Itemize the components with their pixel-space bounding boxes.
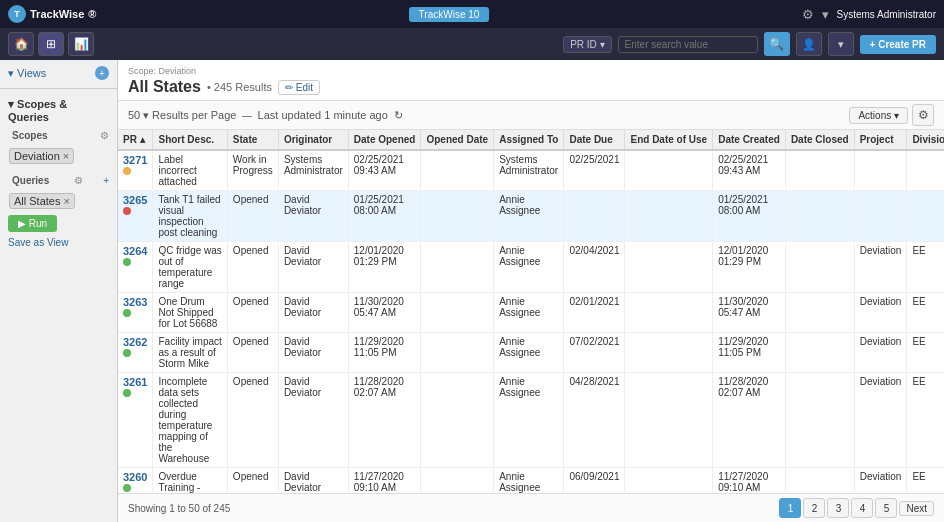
pr-link[interactable]: 3265 <box>123 194 147 206</box>
status-dot <box>123 258 131 266</box>
scopes-settings-icon[interactable]: ⚙ <box>100 130 109 141</box>
main-layout: ▾ Views + ▾ Scopes & Queries Scopes ⚙ De… <box>0 60 944 522</box>
cell-state: Opened <box>227 293 278 333</box>
user-settings-button[interactable]: ▾ <box>828 32 854 56</box>
cell-pr: 3261 <box>118 373 153 468</box>
table-header: PR ▴ Short Desc. State Originator Date O… <box>118 130 944 150</box>
cell-date-created: 11/28/2020 02:07 AM <box>713 373 786 468</box>
pr-id-select[interactable]: PR ID ▾ <box>563 36 611 53</box>
per-page-label[interactable]: ▾ Results per Page <box>143 109 236 121</box>
table-row: 3261 Incomplete data sets collected duri… <box>118 373 944 468</box>
cell-division <box>907 150 944 191</box>
scopes-queries-header[interactable]: ▾ Scopes & Queries <box>4 95 113 126</box>
add-view-button[interactable]: + <box>95 66 109 80</box>
refresh-icon[interactable]: ↻ <box>394 109 403 121</box>
cell-date-created: 11/30/2020 05:47 AM <box>713 293 786 333</box>
query-tag[interactable]: All States × <box>9 193 75 209</box>
settings-icon[interactable]: ⚙ <box>802 7 814 22</box>
search-button[interactable]: 🔍 <box>764 32 790 56</box>
cell-division <box>907 191 944 242</box>
query-remove[interactable]: × <box>63 195 69 207</box>
dashboard-button[interactable]: ⊞ <box>38 32 64 56</box>
cell-opened-date <box>421 191 494 242</box>
page-button-1[interactable]: 1 <box>779 498 801 518</box>
chart-button[interactable]: 📊 <box>68 32 94 56</box>
cell-opened-date <box>421 293 494 333</box>
sidebar-divider-1 <box>0 88 117 89</box>
results-count: • 245 Results <box>207 81 272 93</box>
home-button[interactable]: 🏠 <box>8 32 34 56</box>
cell-end-date-use <box>625 242 713 293</box>
logo-text: TrackWise <box>30 8 84 20</box>
cell-end-date-use <box>625 333 713 373</box>
actions-button[interactable]: Actions ▾ <box>849 107 908 124</box>
logo-icon: T <box>8 5 26 23</box>
data-table: PR ▴ Short Desc. State Originator Date O… <box>118 130 944 493</box>
cell-opened-date <box>421 150 494 191</box>
sidebar-views-item[interactable]: ▾ Views + <box>4 64 113 82</box>
logo: T TrackWise® <box>8 5 96 23</box>
nav-left: 🏠 ⊞ 📊 <box>8 32 94 56</box>
next-page-button[interactable]: Next <box>899 501 934 516</box>
cell-short-desc: Facility impact as a result of Storm Mik… <box>153 333 227 373</box>
col-pr[interactable]: PR ▴ <box>118 130 153 150</box>
cell-project <box>854 191 907 242</box>
cell-date-closed <box>785 468 854 494</box>
gear-button[interactable]: ⚙ <box>912 104 934 126</box>
pr-link[interactable]: 3271 <box>123 154 147 166</box>
pr-link[interactable]: 3260 <box>123 471 147 483</box>
cell-date-created: 11/29/2020 11:05 PM <box>713 333 786 373</box>
page-button-3[interactable]: 3 <box>827 498 849 518</box>
save-as-view-link[interactable]: Save as View <box>4 235 113 250</box>
page-button-4[interactable]: 4 <box>851 498 873 518</box>
cell-state: Work in Progress <box>227 150 278 191</box>
cell-date-due <box>564 191 625 242</box>
col-date-opened: Date Opened <box>348 130 421 150</box>
cell-date-closed <box>785 150 854 191</box>
cell-originator: David Deviator <box>278 333 348 373</box>
cell-date-created: 11/27/2020 09:10 AM <box>713 468 786 494</box>
last-updated: Last updated 1 minute ago <box>258 109 388 121</box>
col-end-date-use: End Date of Use <box>625 130 713 150</box>
cell-assigned-to: Annie Assignee <box>494 333 564 373</box>
run-button[interactable]: ▶ Run <box>8 215 57 232</box>
pr-link[interactable]: 3262 <box>123 336 147 348</box>
col-division: Division <box>907 130 944 150</box>
cell-assigned-to: Annie Assignee <box>494 242 564 293</box>
cell-date-due: 02/04/2021 <box>564 242 625 293</box>
cell-originator: David Deviator <box>278 242 348 293</box>
search-input[interactable] <box>618 36 758 53</box>
scope-remove[interactable]: × <box>63 150 69 162</box>
pagination-buttons: 12345Next <box>779 498 934 518</box>
cell-originator: David Deviator <box>278 191 348 242</box>
cell-short-desc: QC fridge was out of temperature range <box>153 242 227 293</box>
scope-tag[interactable]: Deviation × <box>9 148 74 164</box>
cell-end-date-use <box>625 293 713 333</box>
create-pr-button[interactable]: + Create PR <box>860 35 936 54</box>
edit-button[interactable]: ✏ Edit <box>278 80 320 95</box>
queries-add-icon[interactable]: + <box>103 175 109 186</box>
cell-division: EE <box>907 373 944 468</box>
cell-date-due: 07/02/2021 <box>564 333 625 373</box>
scope-label: Scope: Deviation <box>128 66 934 76</box>
nav-right: PR ID ▾ 🔍 👤 ▾ + Create PR <box>563 32 936 56</box>
cell-date-closed <box>785 242 854 293</box>
pr-link[interactable]: 3263 <box>123 296 147 308</box>
pr-link[interactable]: 3261 <box>123 376 147 388</box>
queries-settings-icon[interactable]: ⚙ <box>74 175 83 186</box>
table-row: 3260 Overdue Training - Validation Opene… <box>118 468 944 494</box>
page-button-2[interactable]: 2 <box>803 498 825 518</box>
page-button-5[interactable]: 5 <box>875 498 897 518</box>
user-icon[interactable]: ▾ <box>822 7 829 22</box>
cell-pr: 3263 <box>118 293 153 333</box>
per-page-num: 50 <box>128 109 140 121</box>
cell-date-due: 02/01/2021 <box>564 293 625 333</box>
cell-opened-date <box>421 468 494 494</box>
pr-link[interactable]: 3264 <box>123 245 147 257</box>
cell-state: Opened <box>227 191 278 242</box>
cell-date-closed <box>785 333 854 373</box>
user-profile-button[interactable]: 👤 <box>796 32 822 56</box>
col-short-desc: Short Desc. <box>153 130 227 150</box>
cell-pr: 3262 <box>118 333 153 373</box>
results-bar: 50 ▾ Results per Page — Last updated 1 m… <box>118 101 944 130</box>
